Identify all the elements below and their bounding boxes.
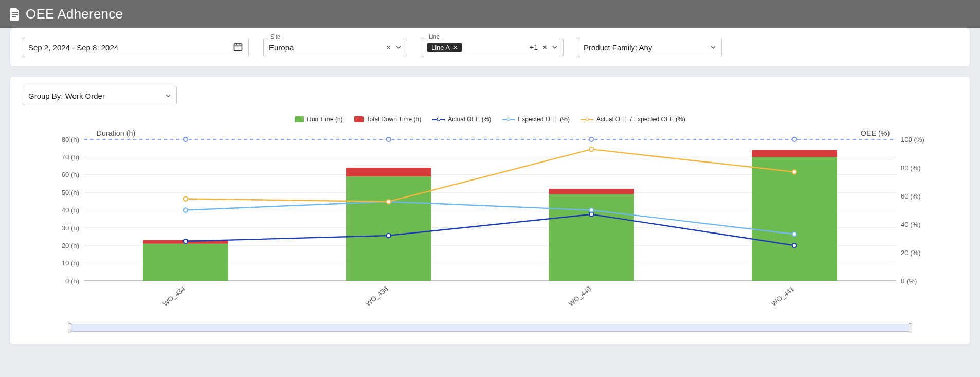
svg-text:40 (h): 40 (h)	[62, 206, 79, 214]
product-family-select[interactable]: Product Family: Any	[578, 38, 722, 57]
group-by-select[interactable]: Group By: Work Order	[23, 86, 177, 105]
oee-chart: Duration (h)OEE (%)0 (h)10 (h)20 (h)30 (…	[23, 127, 957, 312]
clear-site-icon[interactable]: ✕	[386, 44, 391, 51]
svg-rect-45	[752, 157, 837, 281]
chevron-down-icon	[395, 44, 402, 50]
svg-rect-46	[752, 150, 837, 157]
svg-point-53	[589, 212, 593, 217]
svg-text:100 (%): 100 (%)	[901, 136, 924, 143]
svg-rect-39	[143, 244, 228, 281]
svg-text:20 (h): 20 (h)	[62, 242, 79, 249]
svg-text:0 (%): 0 (%)	[901, 277, 917, 285]
svg-text:WO_440: WO_440	[567, 285, 592, 308]
line-swatch-icon	[502, 117, 515, 122]
date-range-value: Sep 2, 2024 - Sep 8, 2024	[28, 43, 118, 52]
svg-text:40 (%): 40 (%)	[901, 221, 921, 228]
svg-text:0 (h): 0 (h)	[65, 277, 79, 285]
line-label: Line	[427, 33, 442, 40]
svg-point-37	[589, 137, 593, 141]
legend-run-time[interactable]: Run Time (h)	[295, 116, 342, 123]
svg-point-55	[184, 208, 188, 212]
svg-point-57	[589, 208, 593, 212]
calendar-icon	[233, 42, 243, 53]
range-handle-right[interactable]	[909, 323, 912, 333]
svg-text:80 (h): 80 (h)	[62, 136, 79, 143]
svg-text:80 (%): 80 (%)	[901, 164, 921, 172]
svg-point-54	[792, 243, 796, 247]
swatch-icon	[354, 116, 364, 122]
svg-text:60 (%): 60 (%)	[901, 192, 921, 200]
svg-text:WO_441: WO_441	[770, 285, 795, 308]
svg-rect-3	[234, 44, 242, 50]
document-icon	[9, 8, 21, 21]
svg-text:WO_434: WO_434	[161, 285, 187, 308]
svg-point-35	[184, 137, 188, 141]
site-value: Europa	[269, 43, 294, 52]
svg-rect-44	[549, 189, 634, 194]
range-handle-left[interactable]	[68, 323, 71, 333]
svg-point-51	[184, 239, 188, 243]
page-header: OEE Adherence	[0, 0, 980, 28]
svg-point-38	[792, 137, 796, 141]
line-swatch-icon	[581, 117, 593, 122]
chart-legend: Run Time (h) Total Down Time (h) Actual …	[23, 116, 957, 123]
svg-text:10 (h): 10 (h)	[62, 259, 79, 267]
legend-expected-oee[interactable]: Expected OEE (%)	[502, 116, 570, 123]
line-field: Line Line A ✕ +1 ✕	[422, 38, 564, 57]
date-range-picker[interactable]: Sep 2, 2024 - Sep 8, 2024	[23, 38, 249, 57]
line-select[interactable]: Line A ✕ +1 ✕	[422, 38, 564, 57]
clear-line-icon[interactable]: ✕	[542, 44, 548, 51]
line-chip-label: Line A	[431, 44, 450, 51]
svg-rect-1	[12, 14, 18, 15]
legend-oee-ratio[interactable]: Actual OEE / Expected OEE (%)	[581, 116, 685, 123]
svg-rect-0	[12, 12, 18, 13]
line-swatch-icon	[432, 117, 445, 122]
group-by-value: Group By: Work Order	[28, 92, 105, 100]
swatch-icon	[295, 116, 304, 122]
chart-range-scrollbar[interactable]	[69, 324, 911, 332]
svg-text:30 (h): 30 (h)	[62, 224, 79, 232]
product-family-value: Product Family: Any	[584, 43, 652, 52]
svg-text:60 (h): 60 (h)	[62, 171, 79, 178]
svg-rect-2	[12, 16, 16, 17]
svg-text:WO_436: WO_436	[364, 285, 389, 308]
legend-down-time[interactable]: Total Down Time (h)	[354, 116, 422, 123]
line-extra-count: +1	[530, 43, 538, 51]
chevron-down-icon	[165, 93, 171, 99]
svg-point-61	[589, 147, 593, 151]
remove-chip-icon[interactable]: ✕	[453, 44, 458, 51]
line-chip[interactable]: Line A ✕	[427, 43, 462, 52]
svg-point-62	[792, 170, 796, 174]
chevron-down-icon	[552, 44, 558, 50]
chevron-down-icon	[710, 44, 716, 50]
svg-point-59	[184, 196, 188, 201]
svg-rect-41	[346, 176, 431, 281]
svg-point-58	[792, 232, 796, 236]
svg-point-36	[386, 137, 390, 141]
svg-text:OEE (%): OEE (%)	[861, 129, 890, 137]
svg-rect-42	[346, 168, 431, 176]
chart-panel: Group By: Work Order Run Time (h) Total …	[10, 77, 970, 344]
legend-actual-oee[interactable]: Actual OEE (%)	[432, 116, 491, 123]
svg-point-52	[386, 234, 390, 238]
page-title: OEE Adherence	[26, 6, 123, 22]
svg-text:20 (%): 20 (%)	[901, 249, 921, 257]
svg-text:70 (h): 70 (h)	[62, 153, 79, 161]
svg-point-60	[386, 200, 390, 204]
svg-text:Duration (h): Duration (h)	[97, 129, 136, 137]
filter-bar: Sep 2, 2024 - Sep 8, 2024 Site Europa ✕ …	[10, 28, 970, 66]
svg-rect-43	[549, 194, 634, 281]
site-label: Site	[268, 33, 282, 40]
svg-text:50 (h): 50 (h)	[62, 189, 79, 196]
site-field: Site Europa ✕	[263, 38, 407, 57]
site-select[interactable]: Europa ✕	[263, 38, 407, 57]
